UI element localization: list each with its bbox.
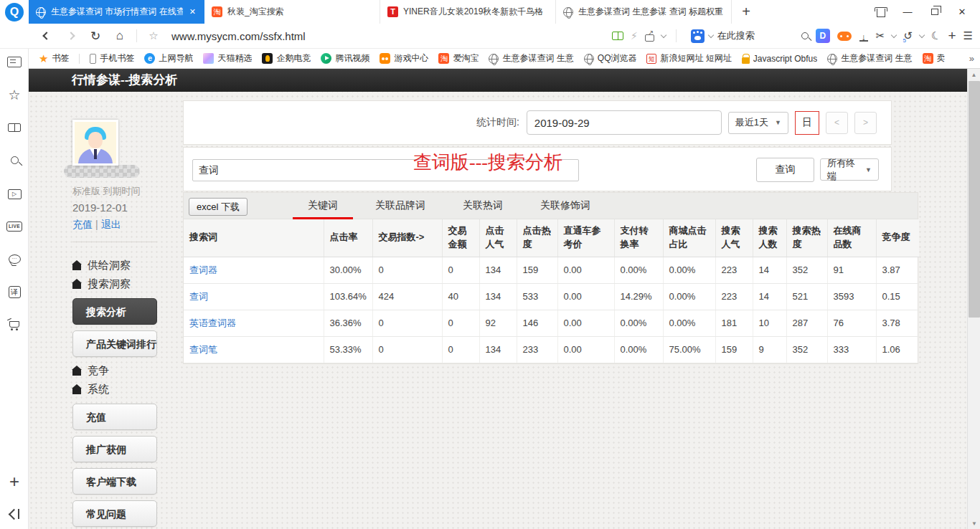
sidebar-item[interactable]: 竞争 — [72, 363, 157, 379]
panel-toggle-button[interactable] — [0, 57, 29, 67]
new-tab-button[interactable]: + — [732, 0, 760, 24]
add-panel-button[interactable]: + — [0, 472, 29, 492]
quick-search-box[interactable]: 在此搜索 — [687, 29, 794, 43]
sidebar-item[interactable]: 产品关键词排行 — [72, 330, 157, 357]
keyword-link[interactable]: 查词 — [189, 291, 208, 302]
next-day-button[interactable]: > — [854, 112, 877, 134]
bookmark-item[interactable]: Javascript Obfus — [742, 54, 817, 64]
close-button[interactable]: ✕ — [948, 0, 976, 24]
terminal-select[interactable]: 所有终端▼ — [820, 158, 879, 181]
minimize-button[interactable]: — — [894, 0, 921, 24]
column-header[interactable]: 在线商品数 — [827, 219, 876, 257]
night-mode-moon-icon[interactable]: ☾ — [930, 29, 943, 44]
search-engine-paw-icon[interactable] — [691, 29, 705, 43]
sidebar-item[interactable]: 推广获佣 — [72, 436, 157, 462]
bookmark-item[interactable]: 爱淘宝 — [438, 52, 479, 65]
collapse-sidebar-button[interactable] — [0, 509, 29, 519]
overflow-chevron-icon[interactable]: » — [969, 53, 974, 64]
keyword-link[interactable]: 英语查词器 — [189, 318, 236, 328]
download-icon[interactable] — [859, 30, 869, 42]
sidebar-item[interactable]: 搜索分析 — [72, 298, 157, 325]
share-icon[interactable] — [645, 34, 654, 42]
browser-tab[interactable]: 生意参谋查词 生意参谋 查词 标题权重 — [556, 0, 732, 24]
forward-button[interactable] — [60, 25, 82, 47]
results-tab[interactable]: 关联修饰词 — [525, 193, 606, 219]
sidebar-item[interactable]: 客户端下载 — [72, 468, 157, 495]
bookmark-item[interactable]: 生意参谋查词 生意 — [827, 52, 912, 65]
reload-button[interactable]: ↻ — [85, 25, 106, 47]
column-header[interactable]: 点击人气 — [479, 219, 517, 257]
home-button[interactable]: ⌂ — [109, 25, 131, 47]
column-header[interactable]: 交易金额 — [442, 219, 479, 257]
bookmark-item[interactable]: 手机书签 — [90, 52, 134, 65]
browser-tab[interactable]: 秋装_淘宝搜索 — [204, 0, 380, 24]
results-tab[interactable]: 关键词 — [293, 193, 353, 219]
bookmark-item[interactable]: 生意参谋查词 生意 — [489, 52, 573, 65]
bookmark-item[interactable]: 游戏中心 — [380, 52, 428, 65]
column-header[interactable]: 搜索人数 — [753, 219, 786, 257]
day-button[interactable]: 日 — [795, 111, 819, 135]
bookmark-item[interactable]: 新浪短网址 短网址 — [646, 52, 731, 65]
logout-link[interactable]: 退出 — [101, 219, 121, 230]
browser-logo-icon[interactable]: Q — [0, 0, 29, 24]
docs-app-icon[interactable] — [816, 29, 830, 43]
bookmark-star-button[interactable]: ☆ — [143, 25, 164, 47]
bookmark-item[interactable]: 卖 — [923, 52, 946, 65]
sidebar-search-icon[interactable] — [0, 156, 29, 164]
browser-tab[interactable]: YINER音儿女装2019秋冬新款千鸟格 — [380, 0, 556, 24]
search-hint-text[interactable]: 在此搜索 — [717, 29, 755, 42]
column-header[interactable]: 商城点击占比 — [663, 219, 715, 257]
keyword-link[interactable]: 查词笔 — [189, 344, 217, 355]
column-header[interactable]: 搜索人气 — [715, 219, 753, 257]
chat-panel-icon[interactable] — [0, 254, 29, 264]
sidebar-item[interactable]: 供给洞察 — [72, 257, 157, 274]
bookmark-item[interactable]: 天猫精选 — [203, 52, 252, 65]
column-header[interactable]: 支付转换率 — [614, 219, 663, 257]
excel-download-button[interactable]: excel 下载 — [189, 198, 248, 216]
bookmark-item[interactable]: 书签 — [39, 52, 69, 65]
vertical-scrollbar[interactable]: ▲ ▼ — [967, 69, 980, 529]
restore-button[interactable] — [921, 0, 948, 24]
column-header[interactable]: 交易指数-> — [372, 219, 442, 257]
tab-close-icon[interactable]: ✕ — [188, 7, 197, 16]
scroll-up-arrow[interactable]: ▲ — [968, 69, 980, 80]
reading-list-icon[interactable] — [0, 123, 29, 132]
chevron-down-icon[interactable] — [891, 32, 897, 37]
game-center-icon[interactable] — [837, 32, 852, 41]
menu-hamburger-icon[interactable]: ☰ — [963, 29, 973, 42]
bookmark-item[interactable]: 企鹅电竞 — [262, 52, 311, 65]
column-header[interactable]: 搜索词 — [184, 219, 324, 257]
restore-tabs-icon[interactable]: ↺5 — [903, 29, 913, 42]
favorites-star-icon[interactable]: ☆ — [0, 87, 29, 103]
column-header[interactable]: 搜索热度 — [786, 219, 827, 257]
sidebar-item[interactable]: 搜索洞察 — [72, 276, 157, 292]
date-input[interactable] — [527, 110, 722, 135]
browser-tab[interactable]: 生意参谋查词 市场行情查词 在线查询✕ — [29, 0, 204, 24]
bookmark-item[interactable]: 上网导航 — [144, 52, 193, 65]
keyword-link[interactable]: 查词器 — [189, 264, 217, 275]
column-header[interactable]: 点击热度 — [517, 219, 557, 257]
bookmark-item[interactable]: QQ浏览器 — [584, 52, 637, 65]
live-panel-icon[interactable] — [0, 221, 29, 232]
column-header[interactable]: 点击率 — [324, 219, 372, 257]
sidebar-item[interactable]: 系统 — [72, 381, 157, 398]
video-panel-icon[interactable] — [0, 189, 29, 199]
url-text[interactable]: www.mysycm.com/ssfx.html — [171, 30, 609, 42]
search-icon[interactable] — [801, 32, 809, 39]
bookmark-item[interactable]: 腾讯视频 — [321, 52, 369, 65]
lightning-icon[interactable]: ⚡ — [631, 30, 638, 42]
sidebar-item[interactable]: 常见问题 — [72, 500, 157, 527]
screenshot-scissors-icon[interactable]: ✂ — [876, 29, 885, 42]
column-header[interactable]: 竞争度 — [876, 219, 919, 257]
chevron-down-icon[interactable] — [919, 32, 925, 37]
column-header[interactable]: 直通车参考价 — [557, 219, 614, 257]
chevron-down-icon[interactable] — [708, 32, 714, 37]
date-range-select[interactable]: 最近1天▼ — [728, 112, 788, 134]
add-button[interactable]: + — [948, 28, 956, 44]
recharge-link[interactable]: 充值 — [72, 219, 93, 230]
sidebar-item[interactable]: 充值 — [72, 404, 157, 430]
results-tab[interactable]: 关联热词 — [448, 193, 518, 219]
translate-panel-icon[interactable] — [0, 286, 29, 298]
query-button[interactable]: 查询 — [756, 158, 814, 182]
scrollbar-thumb[interactable] — [969, 81, 980, 318]
